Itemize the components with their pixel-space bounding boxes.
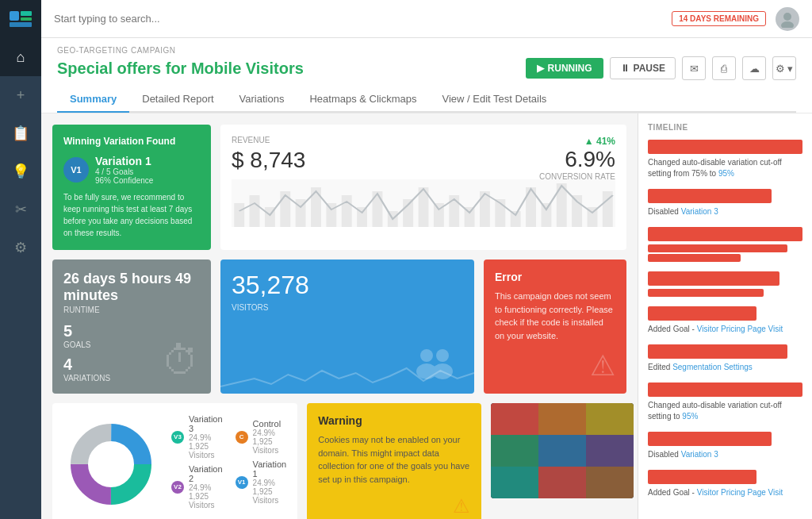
tab-heatmaps[interactable]: Heatmaps & Clickmaps [297,86,429,113]
timeline-link-8[interactable]: Variation 3 [681,450,718,459]
timeline-text-5: Added Goal - Visitor Pricing Page Visit [648,324,802,335]
svg-rect-46 [538,435,586,467]
svg-rect-1 [21,11,32,16]
running-button[interactable]: ▶ RUNNING [526,58,603,79]
warning-triangle-icon: ⚠ [590,349,615,383]
tools-icon: ✂ [15,201,27,218]
svg-rect-10 [280,191,290,227]
svg-rect-43 [538,403,586,435]
sidebar-item-tools[interactable]: ✂ [0,190,41,229]
donut-card: V3 Variation 3 24.9% 1,925 Visitors V2 V… [52,403,297,519]
print-button[interactable]: ⎙ [712,56,736,80]
svg-rect-45 [491,435,538,467]
sidebar-item-add[interactable]: + [0,76,41,114]
search-input[interactable] [54,13,662,25]
tab-detailed[interactable]: Detailed Report [129,86,226,113]
avatar [776,7,799,31]
row-1: Winning Variation Found V1 Variation 1 4… [52,125,626,250]
svg-rect-14 [342,195,352,227]
v3-stats: 24.9% 1,925 Visitors [189,433,223,459]
svg-rect-3 [10,22,32,27]
svg-rect-42 [491,403,538,435]
cr-value: 6.9% [539,147,615,172]
warning-card: Warning Cookies may not be enabled on yo… [307,403,481,519]
error-description: This campaign does not seem to functioni… [495,290,615,342]
timeline-link-9[interactable]: Visitor Pricing Page Visit [697,488,783,497]
running-label: RUNNING [548,63,592,74]
cr-label: CONVERSION RATE [539,172,615,181]
control-label: Control [253,419,287,429]
timeline-link-7[interactable]: 95% [682,412,698,421]
timeline-text-9: Added Goal - Visitor Pricing Page Visit [648,487,802,498]
pause-icon: ⏸ [620,63,630,74]
clipboard-icon: 📋 [12,125,29,142]
tab-view-edit[interactable]: View / Edit Test Details [430,86,560,113]
v3-circle: V3 [171,431,184,444]
svg-rect-0 [10,11,19,21]
svg-rect-2 [21,17,32,21]
winning-title: Winning Variation Found [63,136,200,147]
home-icon: ⌂ [17,49,25,66]
v3-label: Variation 3 [189,414,223,433]
pause-button[interactable]: ⏸ PAUSE [610,57,676,79]
variation-confidence: 96% Confidence [95,176,153,185]
timeline-link-5[interactable]: Visitor Pricing Page Visit [697,325,783,333]
email-button[interactable]: ✉ [682,56,706,80]
runtime-time: 26 days 5 hours 49 minutes [63,271,200,304]
plus-icon: + [17,87,25,104]
gear-icon: ⚙ [14,239,27,256]
clock-icon: ⏱ [162,339,200,383]
svg-rect-48 [491,467,538,498]
timeline-item-5: Added Goal - Visitor Pricing Page Visit [648,306,802,335]
warning-description: Cookies may not be enabled on your domai… [318,433,470,486]
runtime-goals: 5 [63,322,200,340]
content-area: Winning Variation Found V1 Variation 1 4… [41,113,812,519]
timeline-text-7: Changed auto-disable variation cut-off s… [648,400,802,422]
svg-rect-8 [250,195,260,227]
timeline-item-6: Edited Segmentation Settings [648,344,802,373]
svg-point-5 [781,21,794,28]
svg-rect-47 [586,435,634,467]
v1-stats: 24.9% 1,925 Visitors [253,479,287,505]
sidebar-item-insights[interactable]: 💡 [0,152,41,190]
campaign-title: Special offers for Mobile Visitors [57,60,304,78]
campaign-header: GEO-TARGETING CAMPAIGN Special offers fo… [41,38,812,113]
timeline-text-6: Edited Segmentation Settings [648,362,802,373]
svg-rect-50 [586,467,634,498]
main-panel: 14 DAYS REMAINING GEO-TARGETING CAMPAIGN… [41,0,812,519]
heatmap-card [491,403,634,498]
warning-title: Warning [318,414,470,427]
pause-label: PAUSE [634,63,665,74]
variation-name: Variation 1 [95,155,153,167]
timeline-text-8: Disabled Variation 3 [648,449,802,460]
play-icon: ▶ [537,63,544,74]
runtime-card: 26 days 5 hours 49 minutes RUNTIME 5 GOA… [52,260,211,394]
variation-badge-circle: V1 [63,157,89,183]
timeline-link-1[interactable]: 95% [718,169,734,178]
share-button[interactable]: ☁ [742,56,766,80]
sidebar-item-settings[interactable]: ⚙ [0,229,41,267]
svg-rect-29 [572,195,582,227]
svg-point-4 [783,13,791,21]
timeline-sidebar: TIMELINE Changed auto-disable variation … [638,113,812,519]
campaign-controls: ▶ RUNNING ⏸ PAUSE ✉ ⎙ ☁ ⚙ ▾ [526,56,796,80]
timeline-item-7: Changed auto-disable variation cut-off s… [648,383,802,422]
sidebar-item-reports[interactable]: 📋 [0,114,41,152]
control-circle: C [236,431,248,444]
svg-point-40 [89,442,133,486]
v2-label: Variation 2 [189,464,223,483]
variation-goals: 4 / 5 Goals [95,167,153,176]
legend-variation1: V1 Variation 1 24.9% 1,925 Visitors [236,459,287,505]
tab-variations[interactable]: Variations [227,86,297,113]
sidebar-item-home[interactable]: ⌂ [0,38,41,76]
tab-summary[interactable]: Summary [57,86,129,113]
svg-rect-49 [538,467,586,498]
timeline-item-3 [648,227,802,262]
timeline-link-2[interactable]: Variation 3 [681,207,718,216]
timeline-link-6[interactable]: Segmentation Settings [672,363,753,371]
options-button[interactable]: ⚙ ▾ [772,56,796,80]
timeline-item-8: Disabled Variation 3 [648,432,802,460]
cr-change: ▲ 41% [539,136,615,147]
svg-rect-12 [311,187,321,227]
legend-control: C Control 24.9% 1,925 Visitors [236,419,287,455]
